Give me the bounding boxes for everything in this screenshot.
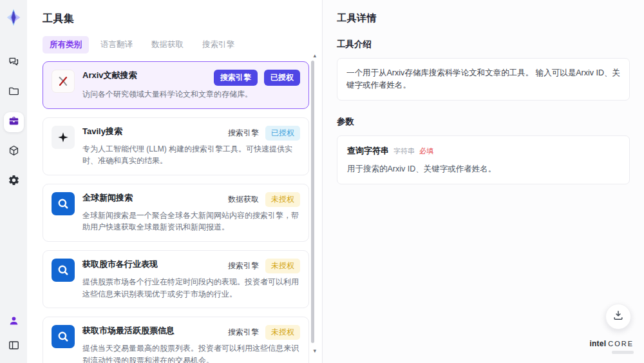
tool-title: 获取股市各行业表现: [82, 259, 228, 270]
gear-icon: [8, 174, 20, 189]
intro-heading: 工具介绍: [337, 39, 630, 50]
tool-description: 访问各个研究领域大量科学论文和文章的存储库。: [82, 88, 300, 101]
sidebar-item-chat[interactable]: [4, 53, 24, 73]
intel-core-logo: intelcore: [590, 337, 634, 354]
detail-title: 工具详情: [337, 12, 630, 25]
tool-auth-badge: 未授权: [265, 259, 300, 273]
sidebar: [0, 0, 27, 363]
briefcase-icon: [8, 115, 20, 130]
tool-auth-badge: 已授权: [265, 126, 300, 141]
panel-icon: [8, 339, 20, 354]
param-name: 查询字符串: [347, 145, 389, 157]
sidebar-item-profile[interactable]: [5, 313, 23, 331]
tab-label: 数据获取: [151, 40, 184, 49]
tool-card[interactable]: 获取股市各行业表现 搜索引擎 未授权 提供股票市场各个行业在特定时间段内的表现。…: [43, 250, 309, 308]
tool-detail-panel: 工具详情 工具介绍 一个用于从Arxiv存储库搜索科学论文和文章的工具。 输入可…: [323, 0, 644, 363]
tool-card[interactable]: 全球新闻搜索 数据获取 未授权 全球新闻搜索是一个聚合全球各大新闻网站内容的搜索…: [43, 184, 309, 242]
sidebar-bottom-nav: [5, 313, 23, 355]
tool-card[interactable]: Arxiv文献搜索 搜索引擎 已授权 访问各个研究领域大量科学论文和文章的存储库…: [43, 61, 309, 109]
category-tabs: 所有类别 语言翻译 数据获取 搜索引擎: [43, 36, 309, 54]
tab-label: 搜索引擎: [202, 40, 234, 49]
tool-description: 提供股票市场各个行业在特定时间段内的表现。投资者可以利用这些信息来识别表现优于或…: [82, 276, 300, 300]
scroll-up-icon[interactable]: ▴: [313, 53, 316, 59]
cube-icon: [8, 144, 20, 159]
tab-label: 语言翻译: [100, 40, 133, 49]
sidebar-item-tools[interactable]: [4, 112, 24, 132]
tavily-icon: [52, 126, 75, 149]
brand-core-text: core: [608, 340, 634, 348]
globe-search-icon: [52, 259, 75, 282]
brand-sub-mark: [612, 351, 634, 354]
tool-title: Arxiv文献搜索: [82, 70, 214, 81]
app-logo-icon[interactable]: [4, 8, 23, 27]
folder-icon: [8, 85, 20, 100]
param-row-查询字符串: 查询字符串 字符串 必填 用于搜索的Arxiv ID、关键字或作者姓名。: [347, 145, 620, 175]
tool-list-panel: 工具集 所有类别 语言翻译 数据获取 搜索引擎 Arxiv文献搜索 搜索引擎 已…: [27, 0, 322, 363]
app-window: 工具集 所有类别 语言翻译 数据获取 搜索引擎 Arxiv文献搜索 搜索引擎 已…: [0, 0, 644, 363]
list-scrollbar[interactable]: ▴ ▾: [311, 57, 314, 363]
tab-all[interactable]: 所有类别: [43, 36, 89, 54]
globe-search-icon: [52, 192, 75, 215]
tool-title: 获取市场最活跃股票信息: [82, 325, 228, 337]
tab-search-engine[interactable]: 搜索引擎: [195, 36, 242, 54]
tool-auth-badge: 未授权: [265, 192, 300, 207]
tool-category-tag: 搜索引擎: [228, 325, 259, 340]
page-title: 工具集: [43, 12, 309, 26]
tool-category-tag: 搜索引擎: [228, 126, 259, 141]
arxiv-icon: [52, 70, 75, 93]
params-box: 查询字符串 字符串 必填 用于搜索的Arxiv ID、关键字或作者姓名。: [337, 135, 630, 184]
scrollbar-thumb[interactable]: [311, 61, 314, 343]
tab-label: 所有类别: [50, 40, 82, 49]
tool-auth-badge: 已授权: [264, 70, 300, 86]
chat-icon: [8, 55, 20, 70]
params-heading: 参数: [337, 116, 630, 128]
tool-category-tag: 搜索引擎: [228, 259, 259, 273]
param-required-badge: 必填: [419, 146, 433, 156]
user-icon: [8, 315, 20, 329]
sidebar-item-components[interactable]: [4, 142, 24, 162]
tool-description: 全球新闻搜索是一个聚合全球各大新闻网站内容的搜索引擎，帮助用户快速获取全球最新资…: [82, 210, 300, 233]
download-icon: [612, 309, 625, 324]
tab-data-fetch[interactable]: 数据获取: [144, 36, 191, 54]
tool-category-tag: 搜索引擎: [214, 70, 258, 86]
globe-search-icon: [52, 325, 75, 348]
tool-title: 全球新闻搜索: [82, 192, 228, 204]
download-button[interactable]: [605, 304, 631, 329]
brand-intel-text: intel: [590, 339, 607, 348]
scroll-down-icon[interactable]: ▾: [313, 348, 316, 354]
tab-translation[interactable]: 语言翻译: [93, 36, 140, 54]
sidebar-nav: [4, 53, 24, 191]
param-description: 用于搜索的Arxiv ID、关键字或作者姓名。: [347, 164, 620, 175]
tool-card[interactable]: Tavily搜索 搜索引擎 已授权 专为人工智能代理 (LLM) 构建的搜索引擎…: [43, 117, 309, 175]
tool-title: Tavily搜索: [82, 126, 228, 137]
tool-description: 提供当天交易量最高的股票列表。投资者可以利用这些信息来识别流动性强的股票和潜在的…: [82, 342, 300, 363]
tool-list: Arxiv文献搜索 搜索引擎 已授权 访问各个研究领域大量科学论文和文章的存储库…: [43, 61, 309, 363]
sidebar-item-collapse[interactable]: [5, 337, 23, 355]
tool-category-tag: 数据获取: [228, 192, 259, 207]
param-type: 字符串: [393, 146, 415, 156]
sidebar-item-files[interactable]: [4, 83, 24, 103]
tool-card[interactable]: 获取市场最活跃股票信息 搜索引擎 未授权 提供当天交易量最高的股票列表。投资者可…: [43, 317, 309, 363]
tool-description: 专为人工智能代理 (LLM) 构建的搜索引擎工具。可快速提供实时、准确和真实的结…: [82, 143, 300, 167]
tool-auth-badge: 未授权: [265, 325, 300, 340]
intro-text: 一个用于从Arxiv存储库搜索科学论文和文章的工具。 输入可以是Arxiv ID…: [337, 58, 630, 101]
sidebar-item-settings[interactable]: [4, 172, 24, 191]
